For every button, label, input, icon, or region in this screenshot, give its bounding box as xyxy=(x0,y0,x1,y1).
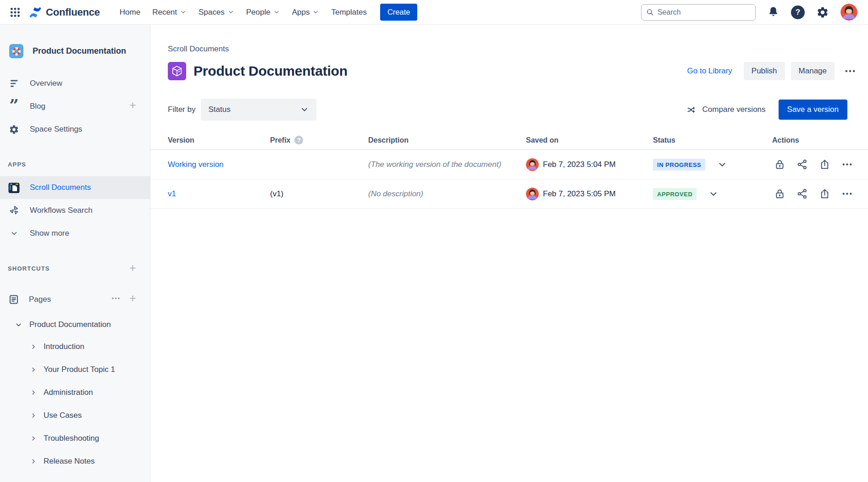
sidebar-item-workflows-search[interactable]: Workflows Search xyxy=(0,199,150,222)
column-header-status[interactable]: Status xyxy=(653,136,772,144)
tree-item-your-product-topic-1[interactable]: Your Product Topic 1 xyxy=(0,358,150,381)
sidebar-item-show-more[interactable]: Show more xyxy=(0,222,150,245)
help-icon[interactable]: ? xyxy=(791,6,805,19)
sidebar-item-label: Space Settings xyxy=(30,125,82,134)
status-filter-dropdown[interactable]: Status xyxy=(201,99,316,121)
export-icon[interactable] xyxy=(819,159,830,170)
notifications-bell-icon[interactable] xyxy=(767,6,780,18)
nav-item-spaces[interactable]: Spaces xyxy=(193,4,240,21)
tree-item-introduction[interactable]: Introduction xyxy=(0,335,150,358)
status-badge[interactable]: IN PROGRESS xyxy=(653,159,705,171)
filter-by-label: Filter by xyxy=(168,105,195,114)
compare-versions-button[interactable]: Compare versions xyxy=(687,105,766,115)
description-cell: (No description) xyxy=(368,189,526,199)
sidebar-item-label: Workflows Search xyxy=(30,206,93,215)
top-navigation-bar: Confluence Home Recent Spaces People App… xyxy=(0,0,868,25)
add-page-icon[interactable] xyxy=(128,294,137,305)
prefix-help-icon[interactable]: ? xyxy=(294,136,303,144)
tree-item-troubleshooting[interactable]: Troubleshooting xyxy=(0,427,150,450)
chevron-right-icon[interactable] xyxy=(30,458,37,465)
scroll-documents-app-icon xyxy=(8,182,20,194)
nav-item-templates[interactable]: Templates xyxy=(325,4,372,21)
tree-item-release-notes[interactable]: Release Notes xyxy=(0,450,150,473)
column-header-description[interactable]: Description xyxy=(368,136,526,144)
lock-icon[interactable] xyxy=(774,159,785,170)
export-icon[interactable] xyxy=(819,188,830,199)
global-search[interactable] xyxy=(641,4,756,21)
shortcuts-section-heading: SHORTCUTS xyxy=(0,265,150,272)
sidebar-item-overview[interactable]: Overview xyxy=(0,72,150,95)
search-icon xyxy=(646,8,654,17)
create-button[interactable]: Create xyxy=(380,4,418,21)
saved-on-cell: Feb 7, 2023 5:05 PM xyxy=(526,188,653,200)
pages-document-icon xyxy=(8,294,19,305)
add-blog-post-icon[interactable] xyxy=(128,101,137,112)
version-link[interactable]: Working version xyxy=(168,160,224,169)
main-content: Scroll Documents Product Documentation G… xyxy=(150,25,868,482)
save-a-version-button[interactable]: Save a version xyxy=(779,100,847,120)
sidebar-item-label: Pages xyxy=(29,295,51,304)
chevron-right-icon[interactable] xyxy=(30,435,37,442)
share-icon[interactable] xyxy=(796,188,808,199)
chevron-down-icon[interactable] xyxy=(15,321,22,329)
workflows-pinwheel-icon xyxy=(8,205,20,216)
column-header-saved-on[interactable]: Saved on xyxy=(526,136,653,144)
search-input[interactable] xyxy=(658,8,751,17)
manage-button[interactable]: Manage xyxy=(791,62,835,80)
tree-item-label: Release Notes xyxy=(44,457,95,466)
table-row: v1 (v1) (No description) Feb 7, 2023 5:0… xyxy=(150,179,868,209)
space-header[interactable]: Product Documentation xyxy=(9,44,143,58)
row-more-options-icon[interactable] xyxy=(841,159,853,170)
share-icon[interactable] xyxy=(796,159,808,170)
nav-item-apps[interactable]: Apps xyxy=(286,4,326,21)
user-avatar[interactable] xyxy=(840,4,857,21)
sidebar-item-label: Scroll Documents xyxy=(30,183,91,192)
chevron-down-icon xyxy=(8,229,20,238)
page-tree-root[interactable]: Product Documentation xyxy=(0,314,150,335)
row-actions xyxy=(772,159,868,170)
tree-item-use-cases[interactable]: Use Cases xyxy=(0,404,150,427)
pages-more-options-icon[interactable] xyxy=(111,294,121,305)
add-shortcut-icon[interactable] xyxy=(128,264,137,274)
settings-gear-icon[interactable] xyxy=(816,6,829,19)
tree-item-administration[interactable]: Administration xyxy=(0,381,150,404)
chevron-right-icon[interactable] xyxy=(30,366,37,373)
document-box-icon xyxy=(168,62,186,80)
nav-item-home[interactable]: Home xyxy=(114,4,146,21)
saver-avatar xyxy=(526,158,539,171)
status-filter-value: Status xyxy=(208,105,230,114)
status-badge[interactable]: APPROVED xyxy=(653,188,697,200)
breadcrumb-scroll-documents[interactable]: Scroll Documents xyxy=(168,44,229,53)
space-lifebuoy-icon xyxy=(9,44,23,58)
sidebar-item-blog[interactable]: ” Blog xyxy=(0,95,150,118)
column-header-prefix[interactable]: Prefix ? xyxy=(270,136,368,144)
sidebar-item-pages[interactable]: Pages xyxy=(0,289,150,310)
status-chevron-down-icon[interactable] xyxy=(717,160,727,170)
sidebar-item-label: Overview xyxy=(30,79,62,88)
chevron-right-icon[interactable] xyxy=(30,412,37,419)
go-to-library-link[interactable]: Go to Library xyxy=(687,66,732,76)
chevron-right-icon[interactable] xyxy=(30,343,37,350)
tree-item-label: Administration xyxy=(44,388,93,397)
sidebar-item-scroll-documents[interactable]: Scroll Documents xyxy=(0,176,150,199)
status-chevron-down-icon[interactable] xyxy=(708,189,719,199)
chevron-right-icon[interactable] xyxy=(30,389,37,396)
nav-item-people[interactable]: People xyxy=(240,4,286,21)
saver-avatar xyxy=(526,188,539,200)
saved-on-date: Feb 7, 2023 5:05 PM xyxy=(543,189,616,199)
app-switcher-icon[interactable] xyxy=(7,5,23,20)
version-link[interactable]: v1 xyxy=(168,189,176,198)
row-more-options-icon[interactable] xyxy=(841,188,853,199)
row-actions xyxy=(772,188,868,199)
column-header-version[interactable]: Version xyxy=(150,136,270,144)
description-cell: (The working version of the document) xyxy=(368,160,526,169)
sidebar-item-space-settings[interactable]: Space Settings xyxy=(0,118,150,141)
page-more-options-icon[interactable] xyxy=(844,65,856,77)
overview-lines-icon xyxy=(8,78,20,89)
nav-item-recent[interactable]: Recent xyxy=(146,4,193,21)
publish-button[interactable]: Publish xyxy=(744,62,785,80)
tree-item-label: Use Cases xyxy=(44,411,82,420)
lock-icon[interactable] xyxy=(774,188,785,199)
tree-item-label: Introduction xyxy=(44,342,84,351)
confluence-logo[interactable]: Confluence xyxy=(28,6,100,19)
